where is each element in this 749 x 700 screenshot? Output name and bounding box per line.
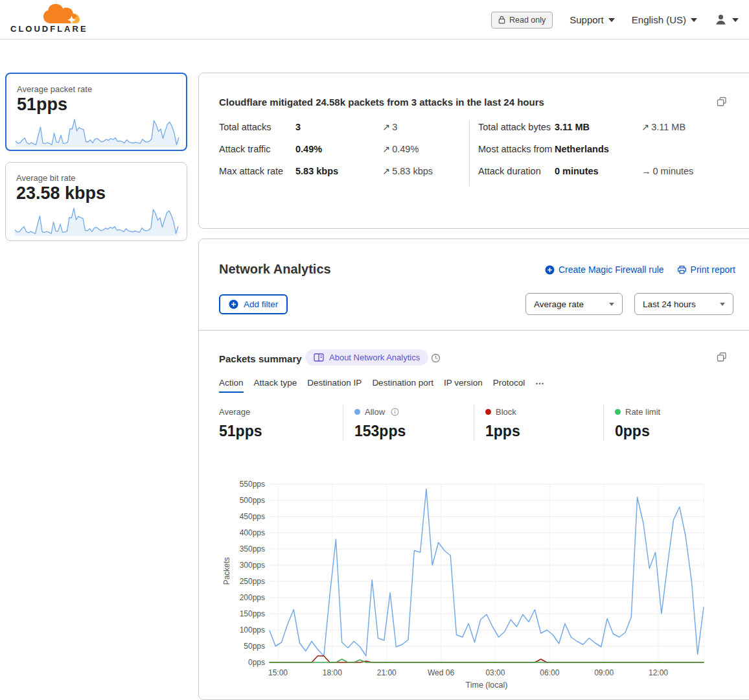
metric-label-row: Rate limit [615,406,741,417]
stat-row: Attack traffic 0.49% ↗0.49% [219,143,469,157]
top-header: CLOUDFLARE Read only Support English (US… [0,0,749,40]
header-actions: Read only Support English (US) [491,0,739,40]
trend-up-icon: ↗ [382,122,390,132]
stat-row: Attack duration 0 minutes →0 minutes [478,165,735,179]
stat-label: Total attack bytes [478,121,555,135]
metric-select-value: Average rate [534,299,584,309]
x-tick-label: Wed 06 [428,668,454,677]
stat-card-value: 51pps [17,95,67,115]
user-icon [714,13,728,27]
print-report-label: Print report [691,264,735,275]
series-line-allow [270,489,704,657]
x-tick-label: 18:00 [323,668,342,677]
stat-label: Total attacks [219,121,295,135]
x-tick-label: 06:00 [540,668,559,677]
printer-icon [677,265,687,275]
tab-ip-version[interactable]: IP version [444,378,483,393]
metric-average: Average51pps [219,405,343,440]
metric-label: Block [496,407,516,417]
sparkline-chart [14,115,181,148]
support-menu[interactable]: Support [570,14,615,25]
x-tick-label: 03:00 [485,668,505,677]
packet-metrics-row: Average51ppsAllow153ppsBlock1ppsRate lim… [219,405,741,440]
tab-protocol[interactable]: Protocol [493,378,525,393]
tab-destination-ip[interactable]: Destination IP [307,378,362,393]
language-label: English (US) [632,14,686,25]
y-tick-label: 350pps [240,544,265,554]
summary-stats: Total attacks 3 ↗3 Attack traffic 0.49% … [219,121,735,186]
create-magic-firewall-rule-link[interactable]: Create Magic Firewall rule [545,264,664,275]
trend-right-icon: → [641,166,651,176]
stat-trend: ↗3.11 MB [641,121,735,135]
tabs-more-button[interactable]: ⋯ [535,378,545,393]
dimension-tabs: ActionAttack typeDestination IPDestinati… [219,378,545,393]
y-tick-label: 50pps [244,642,265,651]
packets-line-chart[interactable]: 0pps50pps100pps150pps200pps250pps300pps3… [209,478,715,698]
trend-up-icon: ↗ [641,122,649,132]
create-rule-label: Create Magic Firewall rule [559,264,664,275]
trend-value: 3 [392,122,397,132]
copy-icon[interactable] [717,352,727,362]
metric-value: 1pps [485,423,603,440]
section-divider [199,330,749,331]
account-menu[interactable] [714,13,739,27]
info-icon[interactable] [391,408,399,416]
y-tick-label: 400pps [240,528,265,537]
tab-destination-port[interactable]: Destination port [372,378,433,393]
x-tick-label: 15:00 [268,668,288,677]
legend-dot-allow [354,409,360,415]
about-network-analytics-badge[interactable]: About Network Analytics [305,349,428,366]
x-tick-label: 09:00 [594,668,614,677]
stat-card-value: 23.58 kbps [16,183,106,204]
stat-card-title: Average packet rate [17,84,92,94]
y-tick-label: 300pps [240,561,265,570]
metric-label-row: Average [219,406,343,417]
y-tick-label: 0pps [248,658,265,667]
summary-stats-left: Total attacks 3 ↗3 Attack traffic 0.49% … [219,121,469,186]
stat-value: 0.49% [295,143,382,157]
tab-attack-type[interactable]: Attack type [254,378,297,393]
summary-stats-right: Total attack bytes 3.11 MB ↗3.11 MB Most… [469,121,735,186]
x-tick-label: 12:00 [649,668,668,677]
add-filter-label: Add filter [244,299,278,309]
stat-trend: →0 minutes [641,165,735,179]
stat-row: Max attack rate 5.83 kbps ↗5.83 kbps [219,165,469,179]
metric-value: 153pps [354,423,474,440]
analytics-actions: Create Magic Firewall rule Print report [545,264,735,275]
language-menu[interactable]: English (US) [632,14,697,25]
metric-label: Average [219,407,250,417]
attack-summary-card: Cloudflare mitigated 24.58k packets from… [198,73,749,229]
plus-circle-icon [545,265,555,275]
trend-up-icon: ↗ [382,166,390,176]
chevron-down-icon [691,18,697,22]
history-clock-icon[interactable] [431,353,441,363]
sparkline-area [15,208,178,236]
series-line-block [270,656,704,662]
packets-summary-title: Packets summary [219,353,302,364]
stat-label: Most attacks from [478,143,555,157]
y-tick-label: 250pps [240,577,265,586]
about-label: About Network Analytics [329,353,420,362]
metric-label: Rate limit [625,407,660,417]
stat-card-average-bit-rate[interactable]: Average bit rate 23.58 kbps [5,162,187,241]
stat-value: 3 [295,121,382,135]
copy-icon[interactable] [717,97,727,107]
y-tick-label: 100pps [240,625,265,635]
stat-value: Netherlands [555,143,641,157]
cloudflare-logo[interactable]: CLOUDFLARE [10,3,88,36]
support-label: Support [570,14,604,25]
print-report-link[interactable]: Print report [677,264,735,275]
add-filter-button[interactable]: Add filter [219,294,288,314]
tab-action[interactable]: Action [219,378,244,393]
stat-card-average-packet-rate[interactable]: Average packet rate 51pps [5,73,187,151]
time-range-select[interactable]: Last 24 hours [634,293,733,315]
stat-value: 5.83 kbps [295,165,382,179]
lock-icon [498,16,505,24]
metric-value: 51pps [219,423,343,440]
time-range-value: Last 24 hours [643,299,696,309]
metric-select[interactable]: Average rate [525,293,623,315]
stat-trend: ↗0.49% [382,143,469,157]
page-title: Network Analytics [219,262,331,277]
metric-value: 0pps [615,423,741,440]
trend-up-icon: ↗ [382,144,390,154]
